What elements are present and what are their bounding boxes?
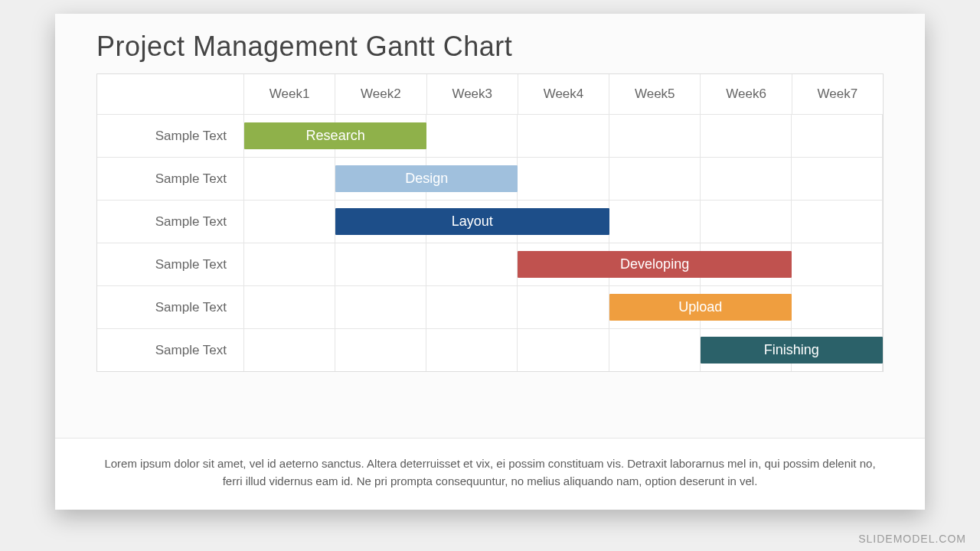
page-title: Project Management Gantt Chart	[96, 31, 884, 63]
week-header-cell: Week5	[609, 74, 701, 114]
grid-cell	[792, 243, 883, 285]
grid-cell	[518, 158, 609, 200]
grid-cell	[701, 201, 792, 243]
grid-cell	[792, 158, 883, 200]
grid-cell	[792, 201, 883, 243]
gantt-row: Sample TextResearch	[97, 114, 883, 157]
grid-cell	[244, 329, 335, 371]
grid-cell	[518, 329, 609, 371]
row-track: Research	[244, 115, 883, 157]
week-header-cell: Week3	[427, 74, 518, 114]
gantt-row: Sample TextUpload	[97, 285, 883, 328]
row-label: Sample Text	[97, 329, 244, 371]
row-track: Developing	[244, 243, 883, 285]
row-track: Upload	[244, 286, 883, 328]
gantt-chart: Week1Week2Week3Week4Week5Week6Week7 Samp…	[96, 73, 884, 372]
watermark: SLIDEMODEL.COM	[858, 533, 966, 545]
gantt-corner-cell	[97, 74, 244, 114]
grid-cell	[609, 158, 701, 200]
grid-cell	[335, 286, 426, 328]
row-label: Sample Text	[97, 201, 244, 243]
grid-cell	[701, 158, 792, 200]
gantt-body: Sample TextResearchSample TextDesignSamp…	[97, 114, 883, 371]
footer-text: Lorem ipsum dolor sit amet, vel id aeter…	[55, 438, 925, 510]
grid-cell	[244, 243, 335, 285]
gantt-bar: Layout	[335, 208, 609, 235]
row-label: Sample Text	[97, 115, 244, 157]
grid-cell	[244, 158, 335, 200]
row-track: Design	[244, 158, 883, 200]
grid-cell	[609, 115, 701, 157]
week-header-cell: Week4	[518, 74, 609, 114]
grid-cell	[792, 286, 883, 328]
gantt-row: Sample TextDeveloping	[97, 243, 883, 285]
row-track: Finishing	[244, 329, 883, 371]
gantt-bar: Finishing	[701, 337, 883, 364]
grid-cell	[335, 329, 426, 371]
grid-cell	[426, 115, 518, 157]
grid-cell	[518, 286, 609, 328]
grid-cell	[426, 286, 518, 328]
row-track: Layout	[244, 201, 883, 243]
row-label: Sample Text	[97, 243, 244, 285]
gantt-bar: Design	[335, 165, 518, 192]
grid-cell	[426, 243, 518, 285]
week-header-cell: Week6	[701, 74, 792, 114]
week-header-cell: Week1	[244, 74, 335, 114]
row-label: Sample Text	[97, 286, 244, 328]
gantt-row: Sample TextDesign	[97, 157, 883, 200]
gantt-bar: Developing	[518, 251, 791, 278]
grid-cell	[609, 329, 701, 371]
gantt-row: Sample TextLayout	[97, 200, 883, 243]
week-header-cell: Week7	[792, 74, 883, 114]
grid-cell	[792, 115, 883, 157]
gantt-bar: Upload	[609, 294, 792, 321]
grid-cell	[609, 201, 701, 243]
gantt-bar: Research	[244, 122, 426, 149]
grid-cell	[244, 201, 335, 243]
gantt-week-header: Week1Week2Week3Week4Week5Week6Week7	[244, 74, 883, 114]
grid-cell	[518, 115, 609, 157]
week-header-cell: Week2	[335, 74, 426, 114]
gantt-header-row: Week1Week2Week3Week4Week5Week6Week7	[97, 74, 883, 114]
row-label: Sample Text	[97, 158, 244, 200]
slide-body: Project Management Gantt Chart Week1Week…	[55, 14, 925, 438]
grid-cell	[244, 286, 335, 328]
grid-cell	[701, 115, 792, 157]
grid-cell	[426, 329, 518, 371]
grid-cell	[335, 243, 426, 285]
slide-card: Project Management Gantt Chart Week1Week…	[55, 14, 925, 510]
gantt-row: Sample TextFinishing	[97, 328, 883, 371]
